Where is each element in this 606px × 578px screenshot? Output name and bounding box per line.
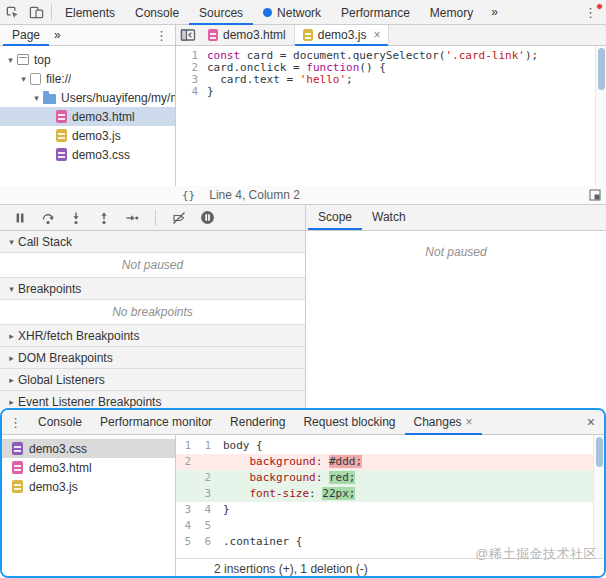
pause-on-exceptions-icon[interactable] <box>199 210 215 226</box>
section-title: Event Listener Breakpoints <box>18 395 161 409</box>
expander-icon: ▸ <box>5 375 18 385</box>
diff-token: : <box>309 487 322 500</box>
tab-performance[interactable]: Performance <box>331 0 420 25</box>
drawer-tab-label: Request blocking <box>303 410 395 435</box>
editor-options-icon[interactable] <box>589 189 601 201</box>
diff-code: } <box>211 502 230 518</box>
section-call-stack[interactable]: ▾Call Stack <box>0 231 305 253</box>
drawer-tab-performance-monitor[interactable]: Performance monitor <box>91 410 221 435</box>
editor-scrollbar[interactable] <box>595 46 606 186</box>
changes-file-demo3-html[interactable]: demo3.html <box>2 458 175 477</box>
tab-watch[interactable]: Watch <box>362 205 416 230</box>
js-file-icon <box>12 480 23 493</box>
drawer-tab-console[interactable]: Console <box>29 410 91 435</box>
pause-icon[interactable] <box>12 210 28 226</box>
expander-icon: ▸ <box>5 397 18 407</box>
changes-file-demo3-css[interactable]: demo3.css <box>2 439 175 458</box>
debugger-sidebar: ▾Call StackNot paused▾BreakpointsNo brea… <box>0 205 306 408</box>
expander-icon: ▸ <box>5 353 18 363</box>
tab-sources[interactable]: Sources <box>189 0 253 25</box>
old-line-number: 2 <box>176 454 191 470</box>
line-number[interactable]: 4 <box>176 86 198 98</box>
tree-item-file[interactable]: ▾file:// <box>0 69 175 88</box>
tab-page[interactable]: Page <box>3 25 49 46</box>
diff-rows: 11body {2 background: #ddd;2 background:… <box>176 438 604 550</box>
drawer-tabs: ConsolePerformance monitorRenderingReque… <box>29 410 482 435</box>
section-event-listener-breakpoints[interactable]: ▸Event Listener Breakpoints <box>0 391 305 408</box>
step-over-icon[interactable] <box>40 210 56 226</box>
diff-row: 34} <box>176 502 604 518</box>
deactivate-breakpoints-icon[interactable] <box>171 210 187 226</box>
expander-icon[interactable]: ▾ <box>4 55 17 65</box>
diff-token: : <box>316 471 329 484</box>
tree-item-demo3-html[interactable]: demo3.html <box>0 107 175 126</box>
code-editor[interactable]: 1const card = document.querySelector('.c… <box>176 46 606 186</box>
tab-console[interactable]: Console <box>125 0 189 25</box>
diff-token <box>223 471 250 484</box>
tree-item-demo3-css[interactable]: demo3.css <box>0 145 175 164</box>
drawer-tab-request-blocking[interactable]: Request blocking <box>294 410 404 435</box>
more-panels-button[interactable]: » <box>483 0 506 25</box>
diff-token: font-size <box>250 487 310 500</box>
navigator-menu-button[interactable]: ⋮ <box>148 28 175 43</box>
old-line-number <box>176 470 191 486</box>
section-xhr-fetch-breakpoints[interactable]: ▸XHR/fetch Breakpoints <box>0 325 305 347</box>
editor-tab-demo3-js[interactable]: demo3.js× <box>295 25 390 46</box>
section-breakpoints[interactable]: ▾Breakpoints <box>0 278 305 300</box>
drawer-close-button[interactable]: × <box>578 414 604 430</box>
diff-scrollbar[interactable] <box>593 435 604 558</box>
diff-row: 11body { <box>176 438 604 454</box>
hide-navigator-icon[interactable] <box>176 25 200 46</box>
diff-token: red; <box>329 471 356 484</box>
diff-token: #ddd; <box>329 455 362 468</box>
device-toolbar-icon[interactable] <box>24 0 48 25</box>
devtools-menu-button[interactable]: ⋮ <box>575 0 606 25</box>
drawer-tab-label: Performance monitor <box>100 410 212 435</box>
old-line-number: 1 <box>176 438 191 454</box>
navigator-more-tabs-button[interactable]: » <box>49 28 66 42</box>
scrollbar-thumb[interactable] <box>596 437 603 467</box>
html-file-icon <box>12 461 23 474</box>
scrollbar-thumb[interactable] <box>598 48 605 90</box>
section-global-listeners[interactable]: ▸Global Listeners <box>0 369 305 391</box>
step-icon[interactable] <box>124 210 140 226</box>
html-file-icon <box>56 110 67 123</box>
drawer-tab-rendering[interactable]: Rendering <box>221 410 294 435</box>
tree-item-label: demo3.html <box>72 110 135 124</box>
drawer-tab-changes[interactable]: Changes× <box>405 410 482 435</box>
new-line-number: 6 <box>196 534 211 550</box>
tree-item-top[interactable]: ▾top <box>0 50 175 69</box>
tab-scope[interactable]: Scope <box>308 205 362 230</box>
section-dom-breakpoints[interactable]: ▸DOM Breakpoints <box>0 347 305 369</box>
scope-panel: ScopeWatch Not paused <box>306 205 606 408</box>
tree-item-demo3-js[interactable]: demo3.js <box>0 126 175 145</box>
sub-toolbar-row: Page » ⋮ demo3.htmldemo3.js× <box>0 25 606 46</box>
expander-icon[interactable]: ▾ <box>30 93 43 103</box>
close-tab-icon[interactable]: × <box>373 28 380 42</box>
tab-memory[interactable]: Memory <box>420 0 483 25</box>
diff-token: background <box>250 471 316 484</box>
drawer-tab-label: Rendering <box>230 410 285 435</box>
tree-item-users-huayifeng-my-m[interactable]: ▾Users/huayifeng/my/m <box>0 88 175 107</box>
expander-icon[interactable]: ▾ <box>17 74 30 84</box>
diff-code: body { <box>211 438 263 454</box>
diff-token <box>223 455 250 468</box>
tab-network[interactable]: Network <box>253 0 331 25</box>
tab-elements[interactable]: Elements <box>55 0 125 25</box>
devtools-window: ElementsConsoleSourcesNetworkPerformance… <box>0 0 606 578</box>
toolbar-divider <box>155 210 156 226</box>
pretty-print-icon[interactable]: {} <box>182 189 195 202</box>
step-into-icon[interactable] <box>68 210 84 226</box>
new-line-number <box>196 454 211 470</box>
close-tab-icon[interactable]: × <box>466 410 473 435</box>
inspect-element-icon[interactable] <box>0 0 24 25</box>
sources-main-area: ▾top▾file://▾Users/huayifeng/my/mdemo3.h… <box>0 46 606 186</box>
diff-row: 3 font-size: 22px; <box>176 486 604 502</box>
tab-label: Elements <box>65 1 115 25</box>
section-empty-message: Not paused <box>0 253 305 278</box>
diff-code: font-size: 22px; <box>211 486 355 502</box>
changes-file-demo3-js[interactable]: demo3.js <box>2 477 175 496</box>
editor-tab-demo3-html[interactable]: demo3.html <box>200 25 295 46</box>
drawer-menu-button[interactable]: ⋮ <box>2 415 29 430</box>
step-out-icon[interactable] <box>96 210 112 226</box>
